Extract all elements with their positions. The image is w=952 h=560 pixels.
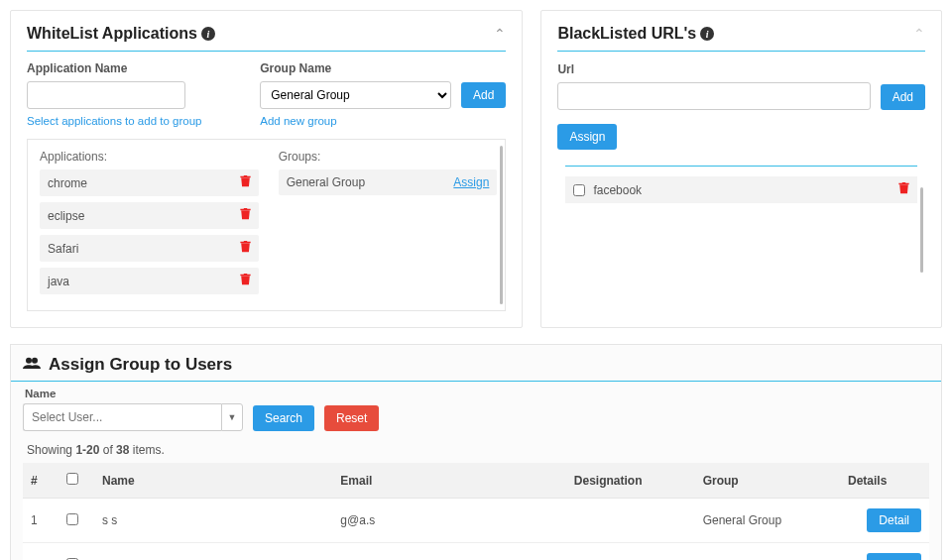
- assign-url-button[interactable]: Assign: [557, 124, 617, 150]
- cell-name: dd dd: [94, 543, 332, 561]
- appname-input[interactable]: [27, 81, 185, 109]
- row-checkbox[interactable]: [66, 513, 78, 525]
- add-url-button[interactable]: Add: [881, 84, 925, 110]
- trash-icon[interactable]: [240, 241, 251, 256]
- add-group-link[interactable]: Add new group: [260, 115, 506, 127]
- table-row: 2dd ddg@c.sGeneral GroupDetail: [23, 543, 929, 561]
- divider: [27, 51, 506, 52]
- appname-label: Application Name: [27, 61, 248, 75]
- group-select[interactable]: General Group: [260, 81, 451, 109]
- app-list-item: eclipse: [40, 202, 259, 229]
- detail-button[interactable]: Detail: [867, 508, 921, 532]
- select-all-checkbox[interactable]: [66, 473, 78, 485]
- chevron-down-icon[interactable]: ▼: [221, 403, 243, 431]
- col-email[interactable]: Email: [332, 463, 566, 499]
- col-designation[interactable]: Designation: [566, 463, 695, 499]
- url-name: facebook: [593, 183, 642, 197]
- search-button[interactable]: Search: [253, 405, 314, 431]
- url-list-item: facebook: [565, 176, 917, 203]
- chevron-up-icon[interactable]: ⌃: [913, 26, 925, 42]
- trash-icon[interactable]: [898, 182, 909, 197]
- cell-email: g@c.s: [332, 543, 566, 561]
- whitelist-header: WhiteList Applications i ⌃: [11, 11, 522, 51]
- col-details: Details: [840, 463, 929, 499]
- blacklist-header: BlackListed URL's i ⌃: [541, 11, 941, 51]
- reset-button[interactable]: Reset: [324, 405, 379, 431]
- cell-group: General Group: [695, 499, 840, 543]
- whitelist-panel: WhiteList Applications i ⌃ Application N…: [10, 10, 523, 328]
- showing-text: Showing 1-20 of 38 items.: [11, 443, 941, 463]
- scrollbar[interactable]: [500, 146, 503, 304]
- app-name: java: [48, 275, 69, 288]
- cell-num: 2: [23, 543, 59, 561]
- info-icon[interactable]: i: [700, 27, 714, 41]
- trash-icon[interactable]: [240, 274, 251, 288]
- users-table: # Name Email Designation Group Details 1…: [23, 463, 929, 560]
- scrollbar[interactable]: [920, 187, 923, 273]
- divider: [557, 51, 925, 52]
- user-select-input[interactable]: [23, 403, 221, 431]
- cell-designation: [566, 543, 695, 561]
- assign-panel: Assign Group to Users Name ▼ Search Rese…: [10, 344, 942, 560]
- col-num: #: [23, 463, 59, 499]
- add-button[interactable]: Add: [461, 82, 506, 108]
- blacklist-title: BlackListed URL's: [557, 25, 696, 43]
- cell-group: General Group: [695, 543, 840, 561]
- app-list-item: java: [40, 268, 259, 294]
- detail-button[interactable]: Detail: [867, 553, 921, 560]
- assign-title: Assign Group to Users: [49, 355, 232, 375]
- col-name[interactable]: Name: [94, 463, 332, 499]
- groups-heading: Groups:: [279, 150, 498, 164]
- app-list-item: Safari: [40, 235, 259, 262]
- blacklist-panel: BlackListed URL's i ⌃ Url Add Assign fac…: [540, 10, 942, 328]
- people-icon: [23, 356, 41, 374]
- app-name: Safari: [48, 242, 78, 256]
- cell-designation: [566, 499, 695, 543]
- group-assign-link[interactable]: Assign: [453, 175, 489, 189]
- url-input[interactable]: [557, 82, 870, 110]
- url-checkbox[interactable]: [573, 184, 585, 196]
- group-item-name: General Group: [287, 175, 365, 189]
- app-list-item: chrome: [40, 169, 259, 196]
- apps-groups-box: Applications: chromeeclipseSafarijava Gr…: [27, 139, 506, 311]
- trash-icon[interactable]: [240, 175, 251, 190]
- svg-point-0: [26, 358, 32, 364]
- info-icon[interactable]: i: [201, 27, 215, 41]
- chevron-up-icon[interactable]: ⌃: [494, 26, 506, 42]
- name-filter-label: Name: [11, 388, 941, 399]
- select-apps-link[interactable]: Select applications to add to group: [27, 115, 248, 127]
- cell-email: g@a.s: [332, 499, 566, 543]
- url-label: Url: [557, 62, 574, 76]
- whitelist-title: WhiteList Applications: [27, 25, 197, 43]
- table-row: 1s sg@a.sGeneral GroupDetail: [23, 499, 929, 543]
- col-check: [59, 463, 94, 499]
- divider: [565, 166, 917, 167]
- app-name: chrome: [48, 176, 87, 190]
- user-select-combo[interactable]: ▼: [23, 403, 243, 431]
- url-list-box: facebook: [557, 158, 925, 233]
- svg-point-1: [32, 358, 38, 364]
- apps-heading: Applications:: [40, 150, 259, 164]
- trash-icon[interactable]: [240, 208, 251, 223]
- cell-name: s s: [94, 499, 332, 543]
- divider: [11, 381, 941, 382]
- group-list-item: General Group Assign: [279, 169, 498, 195]
- groupname-label: Group Name: [260, 61, 506, 75]
- col-group[interactable]: Group: [695, 463, 840, 499]
- app-name: eclipse: [48, 209, 84, 223]
- cell-num: 1: [23, 499, 59, 543]
